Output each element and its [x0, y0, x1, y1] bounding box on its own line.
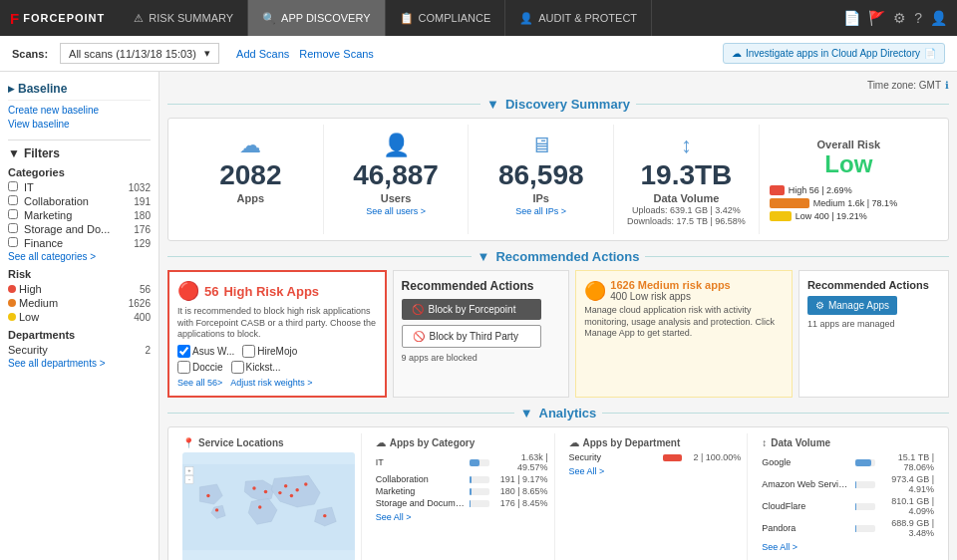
cat-checkbox-storage[interactable]	[8, 223, 18, 233]
clipboard-icon: 📋	[400, 12, 414, 25]
vol-cloudflare-bar: CloudFlare 810.1 GB | 4.09%	[762, 496, 934, 516]
checkbox-asus: Asus W...	[177, 345, 234, 358]
zoom-out-text: -	[188, 476, 190, 482]
high-risk-label: High 56 | 2.69%	[789, 185, 852, 195]
nav-gear-icon[interactable]: ⚙	[893, 10, 906, 26]
medium-risk-labels: 1626 Medium risk apps 400 Low risk apps	[610, 279, 730, 302]
medium-risk-desc: Manage cloud application risk with activ…	[584, 305, 784, 340]
analytics-card: 📍 Service Locations	[167, 426, 949, 560]
low-dot	[8, 313, 16, 321]
cat-storage-bar: Storage and Documents 176 | 8.45%	[376, 498, 548, 508]
apps-by-category-panel: ☁ Apps by Category IT 1.63k | 49.57% Col…	[370, 433, 555, 560]
actions-title: Recommended Actions	[402, 279, 561, 293]
medium-risk-label: Medium 1.6k | 78.1%	[813, 198, 897, 208]
overall-risk-value: Low	[770, 150, 928, 178]
scans-label: Scans:	[12, 48, 48, 60]
discovery-summary-row: ☁ 2082 Apps 👤 46,887 Users See all users…	[178, 125, 938, 234]
kickst-checkbox[interactable]	[231, 361, 244, 374]
add-scans-link[interactable]: Add Scans	[236, 48, 289, 60]
asus-checkbox[interactable]	[177, 345, 190, 358]
dept-security-bar: Security 2 | 100.00%	[569, 452, 742, 462]
vol-pandora-bar: Pandora 688.9 GB | 3.48%	[762, 518, 934, 538]
high-risk-bar-row: High 56 | 2.69%	[770, 185, 928, 195]
nav-user-icon[interactable]: 👤	[930, 10, 947, 26]
cat-checkbox-it[interactable]	[8, 181, 18, 191]
nav-compliance[interactable]: 📋 COMPLIANCE	[386, 0, 506, 36]
adjust-weights-link[interactable]: Adjust risk weights >	[230, 378, 312, 388]
see-all-categories-analytics-link[interactable]: See All >	[376, 512, 548, 522]
medium-risk-header: 🟠 1626 Medium risk apps 400 Low risk app…	[584, 279, 784, 302]
google-bar-fill	[855, 459, 870, 466]
medium-dot	[8, 299, 16, 307]
scan-links: Add Scans Remove Scans	[236, 48, 374, 60]
apps-by-dept-title: ☁ Apps by Department	[569, 437, 742, 448]
cat-checkbox-collab[interactable]	[8, 195, 18, 205]
data-volume-title: ↕ Data Volume	[762, 437, 934, 448]
managed-card: Recommended Actions ⚙ Manage Apps 11 app…	[798, 270, 949, 398]
remove-scans-link[interactable]: Remove Scans	[299, 48, 374, 60]
see-all-56-link[interactable]: See all 56>	[177, 378, 222, 388]
categories-list: IT 1032 Collaboration 191 Marketing 180 …	[8, 181, 151, 249]
nav-audit-protect[interactable]: 👤 AUDIT & PROTECT	[505, 0, 652, 36]
collab-bar-fill	[470, 476, 472, 483]
block-third-party-btn[interactable]: 🚫 Block by Third Party	[402, 325, 541, 348]
location-dot-3	[264, 490, 267, 493]
location-dot-6	[304, 482, 307, 485]
timezone-label: Time zone: GMT	[867, 80, 941, 91]
nav-flag-icon[interactable]: 🚩	[868, 10, 885, 26]
location-dot-7	[215, 508, 218, 511]
high-risk-desc: It is recommended to block high risk app…	[177, 306, 377, 341]
logo-f-icon: F	[10, 10, 19, 27]
hiremojo-checkbox[interactable]	[242, 345, 255, 358]
monitor-icon: 🖥	[475, 133, 607, 158]
doccie-checkbox[interactable]	[177, 361, 190, 374]
service-locations-title: 📍 Service Locations	[182, 437, 355, 448]
data-volume-icon: ↕	[620, 133, 753, 158]
checkbox-group2: Doccie Kickst...	[177, 361, 377, 374]
see-all-users-link[interactable]: See all users >	[330, 206, 463, 216]
warning-icon: ⚠	[134, 12, 144, 25]
medium-icon: 🟠	[584, 280, 606, 302]
disc-data-volume: ↕ 19.3TB Data Volume Uploads: 639.1 GB |…	[614, 125, 760, 234]
expand-rec-icon: ▼	[478, 249, 490, 264]
marketing-bar-fill	[470, 488, 472, 495]
checkbox-group: Asus W... HireMojo	[177, 345, 377, 358]
view-baseline-link[interactable]: View baseline	[8, 119, 151, 130]
see-all-categories-link[interactable]: See all categories >	[8, 251, 151, 262]
cat-checkbox-marketing[interactable]	[8, 209, 18, 219]
scan-dropdown[interactable]: All scans (11/13/18 15:03) ▾	[60, 43, 219, 64]
see-all-departments-link[interactable]: See all departments >	[8, 358, 151, 369]
nav-help-icon[interactable]: ?	[914, 10, 922, 26]
see-all-dept-link[interactable]: See All >	[569, 466, 742, 476]
dept-bars: Security 2 | 100.00%	[569, 452, 742, 462]
disc-apps: ☁ 2082 Apps	[178, 125, 324, 234]
manage-apps-btn[interactable]: ⚙ Manage Apps	[807, 296, 897, 315]
ips-count: 86,598	[475, 161, 607, 189]
category-item-storage: Storage and Do... 176	[8, 223, 151, 235]
uploads-text: Uploads: 639.1 GB | 3.42%	[620, 205, 753, 215]
block-tp-icon: 🚫	[413, 331, 425, 342]
actions-card: Recommended Actions 🚫 Block by Forcepoin…	[393, 270, 570, 398]
pandora-bar-fill	[855, 525, 856, 532]
nav-icon-group: 📄 🚩 ⚙ ? 👤	[843, 10, 947, 26]
see-all-volume-link[interactable]: See All >	[762, 542, 934, 552]
expand-analytics-icon: ▼	[520, 406, 533, 420]
cloud-cat-icon: ☁	[376, 437, 386, 448]
service-locations-panel: 📍 Service Locations	[176, 433, 362, 560]
discovery-summary-header: ▼ Discovery Summary	[167, 97, 949, 112]
location-dot-4	[284, 484, 287, 487]
cloud-app-directory-btn[interactable]: ☁ Investigate apps in Cloud App Director…	[723, 43, 945, 64]
overall-risk-item: Overall Risk Low High 56 | 2.69% Medium …	[760, 125, 938, 234]
chevron-down-icon: ▾	[204, 47, 210, 60]
nav-doc-icon[interactable]: 📄	[843, 10, 860, 26]
location-dot-2	[252, 486, 255, 489]
block-forcepoint-btn[interactable]: 🚫 Block by Forcepoint	[402, 299, 541, 320]
nav-risk-summary[interactable]: ⚠ RISK SUMMARY	[120, 0, 248, 36]
location-dot-10	[278, 491, 281, 494]
create-baseline-link[interactable]: Create new baseline	[8, 105, 151, 116]
see-all-ips-link[interactable]: See all IPs >	[475, 206, 607, 216]
cat-checkbox-finance[interactable]	[8, 237, 18, 247]
nav-app-discovery[interactable]: 🔍 APP DISCOVERY	[248, 0, 385, 36]
content-area: Time zone: GMT ℹ ▼ Discovery Summary ☁ 2…	[160, 72, 957, 560]
risk-low-row: Low 400	[8, 311, 151, 323]
